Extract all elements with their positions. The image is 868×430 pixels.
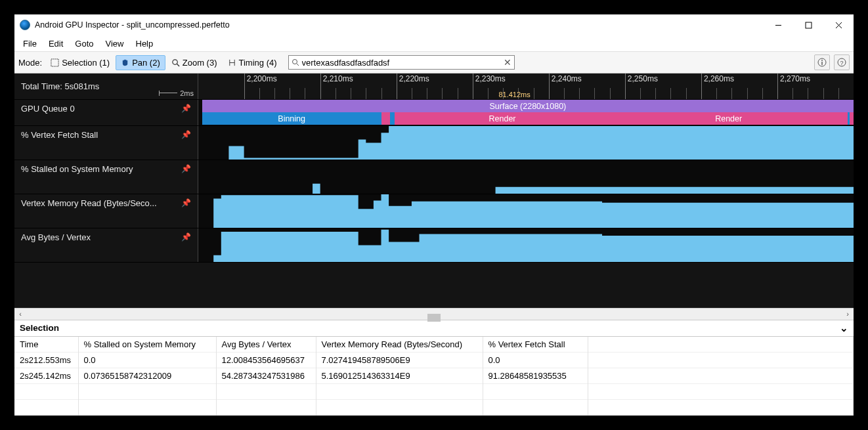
- timing-icon: [228, 58, 236, 67]
- app-icon: [20, 20, 30, 30]
- binning-bar[interactable]: Binning: [202, 112, 381, 125]
- window-maximize-button[interactable]: [793, 14, 823, 35]
- selection-col-header[interactable]: Vertex Memory Read (Bytes/Second): [316, 337, 483, 353]
- search-input[interactable]: [302, 58, 504, 68]
- svg-text:?: ?: [840, 60, 843, 66]
- help-button[interactable]: ?: [834, 54, 850, 70]
- window-minimize-button[interactable]: [763, 14, 793, 35]
- track-label: GPU Queue 0: [21, 104, 75, 114]
- track-label: Avg Bytes / Vertex: [21, 232, 91, 242]
- render-bar-2[interactable]: Render: [610, 112, 848, 125]
- track-stalled-sys-memory[interactable]: % Stalled on System Memory📌: [14, 160, 854, 194]
- pin-icon[interactable]: 📌: [181, 164, 191, 173]
- track-label: % Vertex Fetch Stall: [21, 130, 98, 140]
- menubar: File Edit Goto View Help: [14, 35, 854, 51]
- selection-table[interactable]: Time% Stalled on System MemoryAvg Bytes …: [14, 337, 854, 416]
- track-vertex-fetch-stall[interactable]: % Vertex Fetch Stall📌: [14, 126, 854, 160]
- track-gpu-queue[interactable]: GPU Queue 0 📌 Surface (2280x1080)Binning…: [14, 100, 854, 126]
- selection-icon: [51, 58, 59, 67]
- svg-rect-14: [821, 62, 822, 65]
- timeline-ruler[interactable]: 2,200ms2,210ms2,220ms2,230ms2,240ms2,250…: [198, 74, 854, 99]
- pin-icon[interactable]: 📌: [181, 198, 191, 207]
- surface-bar[interactable]: Surface (2280x1080): [202, 100, 854, 112]
- mode-selection[interactable]: Selection (1): [46, 56, 114, 70]
- selection-col-header[interactable]: Time: [14, 337, 78, 353]
- svg-rect-4: [51, 58, 58, 66]
- timeline-view[interactable]: Total Time: 5s081ms 2ms 2,200ms2,210ms2,…: [14, 74, 854, 308]
- window-title: Android GPU Inspector - split_uncompress…: [35, 20, 230, 30]
- timeline-total-time: Total Time: 5s081ms 2ms: [14, 74, 198, 99]
- table-row: [14, 384, 854, 400]
- table-row[interactable]: 2s212.553ms0.012.0084535646956377.027419…: [14, 353, 854, 368]
- timeline-marker[interactable]: 81.412ms: [498, 91, 530, 98]
- render-bar-small[interactable]: [381, 112, 391, 125]
- pin-icon[interactable]: 📌: [181, 232, 191, 242]
- mode-pan[interactable]: Pan (2): [116, 55, 165, 70]
- timeline-scale: 2ms: [180, 89, 194, 97]
- menu-edit[interactable]: Edit: [43, 37, 69, 50]
- svg-line-6: [177, 64, 179, 66]
- render-bar-1[interactable]: Render: [395, 112, 609, 125]
- scroll-right-arrow[interactable]: ›: [842, 310, 854, 318]
- mode-zoom[interactable]: Zoom (3): [167, 56, 222, 70]
- svg-rect-1: [806, 22, 812, 28]
- search-field[interactable]: ✕: [288, 55, 515, 70]
- info-button[interactable]: [814, 54, 830, 70]
- menu-help[interactable]: Help: [130, 37, 160, 50]
- scroll-left-arrow[interactable]: ‹: [14, 310, 26, 318]
- track-label: Vertex Memory Read (Bytes/Seco...: [21, 198, 157, 208]
- svg-line-11: [297, 64, 299, 66]
- selection-col-header[interactable]: % Vertex Fetch Stall: [483, 337, 588, 353]
- mode-timing[interactable]: Timing (4): [223, 56, 282, 70]
- chevron-down-icon[interactable]: ⌄: [840, 322, 848, 334]
- search-icon: [292, 58, 299, 66]
- clear-search-icon[interactable]: ✕: [504, 58, 511, 66]
- selection-col-header[interactable]: Avg Bytes / Vertex: [216, 337, 316, 353]
- menu-file[interactable]: File: [17, 37, 43, 50]
- titlebar: Android GPU Inspector - split_uncompress…: [14, 14, 854, 35]
- menu-view[interactable]: View: [100, 37, 130, 50]
- selection-title: Selection: [20, 323, 59, 333]
- hand-icon: [121, 58, 129, 67]
- svg-point-10: [292, 60, 297, 64]
- menu-goto[interactable]: Goto: [69, 37, 99, 50]
- selection-col-header[interactable]: % Stalled on System Memory: [78, 337, 216, 353]
- magnifier-icon: [171, 58, 180, 67]
- scroll-thumb[interactable]: [427, 314, 441, 322]
- pin-icon[interactable]: 📌: [181, 104, 191, 113]
- selection-panel: Selection ⌄ Time% Stalled on System Memo…: [14, 320, 854, 416]
- svg-point-5: [173, 59, 177, 64]
- window-close-button[interactable]: [823, 14, 854, 35]
- timeline-header: Total Time: 5s081ms 2ms 2,200ms2,210ms2,…: [14, 74, 854, 100]
- track-label: % Stalled on System Memory: [21, 164, 133, 174]
- svg-point-13: [821, 60, 823, 61]
- track-vertex-memory-read[interactable]: Vertex Memory Read (Bytes/Seco...📌: [14, 194, 854, 228]
- mode-label: Mode:: [18, 58, 42, 68]
- table-row[interactable]: 2s245.142ms0.0736515874231200954.2873432…: [14, 368, 854, 384]
- pin-icon[interactable]: 📌: [181, 130, 191, 139]
- toolbar: Mode: Selection (1) Pan (2) Zoom (3) Tim…: [14, 51, 854, 74]
- timeline-scrollbar[interactable]: ‹ ›: [14, 308, 854, 320]
- track-avg-bytes-vertex[interactable]: Avg Bytes / Vertex📌: [14, 228, 854, 263]
- table-row: [14, 400, 854, 416]
